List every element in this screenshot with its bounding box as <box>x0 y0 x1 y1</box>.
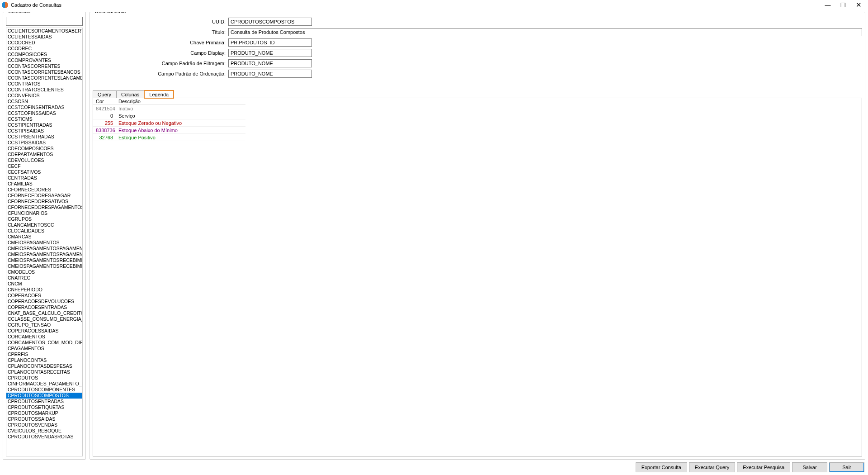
list-item[interactable]: CPRODUTOSCOMPONENTES <box>6 387 82 393</box>
list-item[interactable]: CPRODUTOSSAIDAS <box>6 416 82 422</box>
list-item[interactable]: CCODREC <box>6 46 82 52</box>
list-item[interactable]: COPERACOES <box>6 293 82 299</box>
list-item[interactable]: CCLASSE_CONSUMO_ENERGIA_GAS <box>6 316 82 322</box>
list-item[interactable]: CPAGAMENTOS <box>6 346 82 352</box>
list-item[interactable]: CMEIOSPAGAMENTOS <box>6 240 82 246</box>
list-item[interactable]: CCONTASCORRENTESLANCAMENTOS <box>6 75 82 81</box>
list-item[interactable]: CCONTASCORRENTES <box>6 63 82 69</box>
list-item[interactable]: CNCM <box>6 281 82 287</box>
list-item[interactable]: CCONVENIOS <box>6 93 82 99</box>
chave-primaria-field[interactable] <box>228 38 312 47</box>
list-item[interactable]: CDEVOLUCOES <box>6 157 82 163</box>
list-item[interactable]: CMEIOSPAGAMENTOSRECEBIMENTOS <box>6 257 82 263</box>
list-item[interactable]: CCONTRATOSCLIENTES <box>6 87 82 93</box>
list-item[interactable]: CPLANOCONTASRECEITAS <box>6 369 82 375</box>
list-item[interactable]: CCSTCOFINSENTRADAS <box>6 104 82 110</box>
list-item[interactable]: CFORNECEDORESPAGAMENTOS <box>6 204 82 210</box>
list-item[interactable]: CCLIENTESORCAMENTOSABERTOS <box>6 28 82 34</box>
campo-filtragem-field[interactable] <box>228 59 312 67</box>
list-item[interactable]: CPLANOCONTASDESPESAS <box>6 363 82 369</box>
tab-legenda[interactable]: Legenda <box>144 90 174 98</box>
window-title: Cadastro de Consultas <box>11 2 61 8</box>
list-item[interactable]: CMARCAS <box>6 234 82 240</box>
list-item[interactable]: CMEIOSPAGAMENTOSPAGAMENTOSAP <box>6 252 82 257</box>
table-row[interactable]: 0Serviço <box>93 112 245 119</box>
table-row[interactable]: 255Estoque Zerado ou Negativo <box>93 119 245 127</box>
list-item[interactable]: CECFSATIVOS <box>6 169 82 175</box>
list-item[interactable]: COPERACOESENTRADAS <box>6 304 82 310</box>
executar-query-button[interactable]: Executar Query <box>689 462 735 472</box>
list-item[interactable]: CINFORMACOES_PAGAMENTO_MDFE <box>6 381 82 387</box>
maximize-button[interactable]: ❐ <box>835 0 851 10</box>
executar-pesquisa-button[interactable]: Executar Pesquisa <box>737 462 790 472</box>
list-item[interactable]: CCOMPOSICOES <box>6 52 82 57</box>
legend-table[interactable]: Cor Descrição 8421504Inativo0Serviço255E… <box>93 98 862 456</box>
campo-ordenacao-field[interactable] <box>228 70 312 78</box>
list-item[interactable]: CGRUPO_TENSAO <box>6 322 82 328</box>
list-item[interactable]: CFAMILIAS <box>6 181 82 187</box>
list-item[interactable]: CFORNECEDORESAPAGAR <box>6 193 82 199</box>
list-item[interactable]: COPERACOESSAIDAS <box>6 328 82 334</box>
list-item[interactable]: CDEPARTAMENTOS <box>6 152 82 157</box>
list-item[interactable]: CPRODUTOSCOMPOSTOS <box>6 393 82 399</box>
minimize-button[interactable]: — <box>820 0 835 10</box>
list-item[interactable]: CCSTIPISAIDAS <box>6 128 82 134</box>
uuid-field[interactable] <box>228 18 312 26</box>
list-item[interactable]: CFUNCIONARIOS <box>6 210 82 216</box>
list-item[interactable]: CGRUPOS <box>6 216 82 222</box>
consultas-panel-title: Consultas <box>7 12 32 14</box>
list-item[interactable]: CPRODUTOSVENDASROTAS <box>6 434 82 440</box>
list-item[interactable]: CLOCALIDADES <box>6 228 82 234</box>
list-item[interactable]: CPERFIS <box>6 352 82 357</box>
list-item[interactable]: CENTRADAS <box>6 175 82 181</box>
sair-button[interactable]: Sair <box>829 462 864 472</box>
list-item[interactable]: CCOMPROVANTES <box>6 57 82 63</box>
list-item[interactable]: CVEICULOS_REBOQUE <box>6 428 82 434</box>
legend-cell-descricao: Estoque Zerado ou Negativo <box>116 120 245 126</box>
list-item[interactable]: CPRODUTOSETIQUETAS <box>6 404 82 410</box>
close-button[interactable]: ✕ <box>851 0 866 10</box>
list-item[interactable]: CCONTASCORRENTESBANCOS <box>6 69 82 75</box>
salvar-button[interactable]: Salvar <box>792 462 827 472</box>
list-item[interactable]: CCSOSN <box>6 99 82 104</box>
list-item[interactable]: CPLANOCONTAS <box>6 357 82 363</box>
list-item[interactable]: CORCAMENTOS_COM_MOD_DIF_2D <box>6 340 82 346</box>
list-item[interactable]: CCSTPISENTRADAS <box>6 134 82 140</box>
titulo-field[interactable] <box>228 28 862 36</box>
campo-display-field[interactable] <box>228 49 312 57</box>
search-input[interactable] <box>6 17 83 26</box>
list-item[interactable]: CNFEPERIODO <box>6 287 82 293</box>
list-item[interactable]: CMODELOS <box>6 269 82 275</box>
table-row[interactable]: 8388736Estoque Abaixo do Mínimo <box>93 127 245 134</box>
list-item[interactable]: CPRODUTOS <box>6 375 82 381</box>
list-item[interactable]: CLANCAMENTOSCC <box>6 222 82 228</box>
list-item[interactable]: COPERACOESDEVOLUCOES <box>6 299 82 304</box>
list-item[interactable]: CCSTIPIENTRADAS <box>6 122 82 128</box>
tab-query[interactable]: Query <box>93 90 116 98</box>
list-item[interactable]: CPRODUTOSENTRADAS <box>6 399 82 404</box>
list-item[interactable]: CCSTICMS <box>6 116 82 122</box>
list-item[interactable]: CORCAMENTOS <box>6 334 82 340</box>
list-item[interactable]: CMEIOSPAGAMENTOSPAGAMENTOS <box>6 246 82 252</box>
list-item[interactable]: CCONTRATOS <box>6 81 82 87</box>
list-item[interactable]: CNAT_BASE_CALCULO_CREDITO <box>6 310 82 316</box>
list-item[interactable]: CCSTCOFINSSAIDAS <box>6 110 82 116</box>
list-item[interactable]: CCLIENTESSAIDAS <box>6 34 82 40</box>
detalhamento-panel: Detalhamento UUID: Título: Chave Primári… <box>90 12 865 460</box>
table-row[interactable]: 32768Estoque Positivo <box>93 134 245 141</box>
list-item[interactable]: CPRODUTOSMARKUP <box>6 410 82 416</box>
list-item[interactable]: CMEIOSPAGAMENTOSRECEBIMENTOSAR <box>6 263 82 269</box>
list-item[interactable]: CECF <box>6 163 82 169</box>
tab-colunas[interactable]: Colunas <box>116 90 144 98</box>
exportar-consulta-button[interactable]: Exportar Consulta <box>636 462 687 472</box>
list-item[interactable]: CFORNECEDORES <box>6 187 82 193</box>
list-item[interactable]: CCODCRED <box>6 40 82 46</box>
table-row[interactable]: 8421504Inativo <box>93 105 245 112</box>
list-item[interactable]: CCSTPISSAIDAS <box>6 140 82 146</box>
list-item[interactable]: CDECOMPOSICOES <box>6 146 82 152</box>
list-item[interactable]: CNATREC <box>6 275 82 281</box>
list-item[interactable]: CPRODUTOSVENDAS <box>6 422 82 428</box>
legend-cell-descricao: Estoque Abaixo do Mínimo <box>116 128 245 133</box>
consultas-list[interactable]: CCLIENTESORCAMENTOSABERTOSCCLIENTESSAIDA… <box>6 28 82 456</box>
list-item[interactable]: CFORNECEDORESATIVOS <box>6 199 82 204</box>
